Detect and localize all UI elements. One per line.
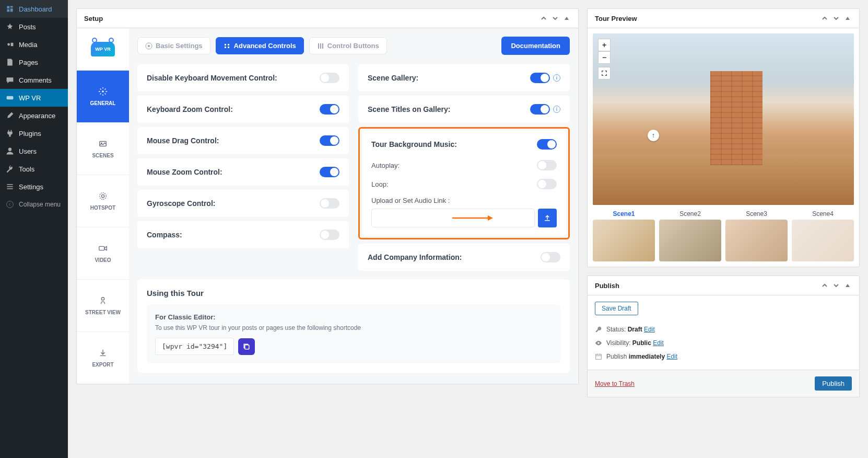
fullscreen-button[interactable] [598, 67, 611, 79]
publish-panel: Publish Save Draft Status: Draft Edit Vi… [587, 276, 860, 397]
scene-thumb-1[interactable]: Scene1 [593, 210, 655, 261]
eye-icon [595, 339, 602, 347]
tab-basic-settings[interactable]: Basic Settings [137, 37, 210, 54]
sidebar-item-dashboard[interactable]: Dashboard [0, 0, 68, 18]
brush-icon [5, 111, 15, 120]
panel-up-icon[interactable] [539, 14, 548, 22]
main-content: Setup WP VR GENERAL SCENES HOTSPOT VIDEO… [68, 0, 868, 458]
toggle-loop[interactable] [537, 179, 557, 189]
edit-visibility-link[interactable]: Edit [653, 339, 664, 347]
publish-button[interactable]: Publish [815, 376, 852, 391]
panel-title: Setup [84, 15, 103, 22]
svg-point-7 [101, 194, 104, 197]
collapse-menu[interactable]: Collapse menu [0, 196, 66, 213]
setup-panel: Setup WP VR GENERAL SCENES HOTSPOT VIDEO… [76, 8, 579, 384]
label: Settings [19, 183, 43, 191]
label: Collapse menu [19, 201, 61, 208]
svg-rect-13 [225, 44, 226, 45]
toggle-company-info[interactable] [541, 252, 560, 262]
svg-rect-22 [596, 354, 602, 360]
dashboard-icon [5, 4, 15, 14]
pin-icon [5, 22, 15, 31]
copy-shortcode-button[interactable] [238, 338, 255, 355]
tab-advanced-controls[interactable]: Advanced Controls [216, 37, 304, 54]
side-tab-general[interactable]: GENERAL [77, 70, 129, 122]
toggle-scene-titles[interactable] [530, 104, 550, 115]
label: Appearance [19, 112, 55, 120]
arrow-annotation [452, 214, 494, 222]
panel-down-icon[interactable] [832, 14, 840, 22]
panel-toggle-icon[interactable] [562, 14, 571, 22]
side-tab-streetview[interactable]: STREET VIEW [77, 279, 129, 331]
sidebar-item-media[interactable]: Media [0, 36, 68, 53]
zoom-out-button[interactable]: − [598, 51, 611, 64]
sidebar-item-posts[interactable]: Posts [0, 18, 68, 36]
sidebar-item-plugins[interactable]: Plugins [0, 124, 68, 142]
sidebar-item-wpvr[interactable]: WP VR [0, 89, 68, 107]
panel-down-icon[interactable] [551, 14, 559, 22]
move-to-trash-link[interactable]: Move to Trash [595, 380, 635, 387]
svg-rect-17 [318, 43, 319, 49]
comment-icon [5, 75, 15, 85]
hotspot-marker[interactable]: ↑ [648, 130, 659, 141]
toggle-keyboard-zoom[interactable] [320, 104, 339, 115]
sidebar-item-users[interactable]: Users [0, 142, 68, 160]
side-tab-video[interactable]: VIDEO [77, 227, 129, 279]
label: Tools [19, 165, 34, 173]
toggle-autoplay[interactable] [537, 160, 557, 170]
setting-disable-keyboard: Disable Keyboard Movement Control: [137, 64, 349, 91]
svg-rect-9 [99, 246, 104, 250]
toggle-mouse-zoom[interactable] [320, 167, 339, 177]
label: Users [19, 147, 37, 155]
tab-control-buttons[interactable]: Control Buttons [309, 37, 387, 54]
panorama-viewer[interactable]: + − ↑ [593, 33, 854, 205]
vr-icon [5, 93, 15, 102]
panel-up-icon[interactable] [820, 14, 829, 22]
panel-down-icon[interactable] [832, 281, 840, 290]
panel-title: Publish [595, 282, 619, 290]
sidebar-item-settings[interactable]: Settings [0, 178, 68, 196]
info-icon[interactable]: i [553, 106, 560, 113]
sidebar-item-comments[interactable]: Comments [0, 71, 68, 89]
svg-rect-21 [245, 345, 249, 349]
setup-side-tabs: WP VR GENERAL SCENES HOTSPOT VIDEO STREE… [77, 28, 129, 384]
sidebar-item-tools[interactable]: Tools [0, 160, 68, 178]
label: Plugins [19, 130, 41, 138]
upload-audio-button[interactable] [538, 209, 557, 227]
info-icon[interactable]: i [553, 74, 560, 82]
setup-panel-header: Setup [77, 9, 578, 28]
edit-schedule-link[interactable]: Edit [666, 353, 677, 360]
svg-point-2 [8, 148, 11, 151]
edit-status-link[interactable]: Edit [644, 326, 655, 333]
scene-thumb-3[interactable]: Scene3 [725, 210, 788, 261]
side-tab-hotspot[interactable]: HOTSPOT [77, 175, 129, 227]
svg-rect-14 [225, 47, 226, 48]
label: Posts [19, 23, 36, 31]
wp-admin-sidebar: Dashboard Posts Media Pages Comments WP … [0, 0, 68, 458]
side-tab-scenes[interactable]: SCENES [77, 122, 129, 175]
visibility-row: Visibility: Public Edit [595, 336, 852, 350]
panel-up-icon[interactable] [820, 281, 829, 290]
panel-toggle-icon[interactable] [843, 281, 852, 290]
toggle-scene-gallery[interactable] [530, 73, 550, 83]
sidebar-item-appearance[interactable]: Appearance [0, 107, 68, 124]
wrench-icon [5, 164, 15, 174]
plug-icon [5, 129, 15, 138]
panel-toggle-icon[interactable] [843, 14, 852, 22]
svg-point-10 [101, 297, 104, 300]
wpvr-logo: WP VR [77, 28, 129, 70]
toggle-compass[interactable] [320, 230, 339, 240]
shortcode-text: [wpvr id="3294"] [155, 338, 234, 355]
toggle-disable-keyboard[interactable] [320, 73, 339, 83]
sidebar-item-pages[interactable]: Pages [0, 53, 68, 71]
documentation-button[interactable]: Documentation [501, 37, 570, 55]
toggle-mouse-drag[interactable] [320, 135, 339, 146]
zoom-in-button[interactable]: + [598, 39, 611, 51]
toggle-gyroscope[interactable] [320, 198, 339, 209]
collapse-icon [5, 200, 15, 209]
side-tab-export[interactable]: EXPORT [77, 331, 129, 384]
scene-thumb-2[interactable]: Scene2 [659, 210, 721, 261]
scene-thumb-4[interactable]: Scene4 [792, 210, 854, 261]
save-draft-button[interactable]: Save Draft [595, 302, 638, 315]
toggle-bg-music[interactable] [537, 139, 557, 150]
